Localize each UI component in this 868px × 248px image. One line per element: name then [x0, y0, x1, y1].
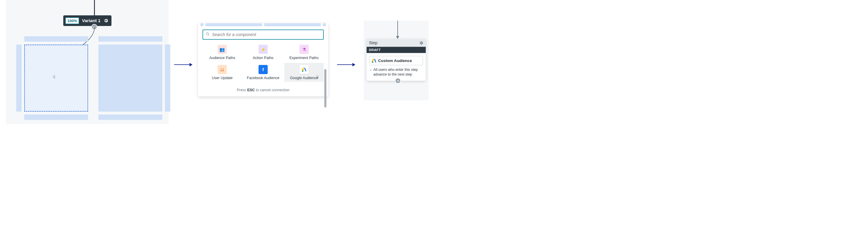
component-facebook-audience[interactable]: f Facebook Audience — [243, 63, 283, 82]
search-input[interactable] — [212, 32, 320, 37]
flow-arrow-icon — [174, 64, 192, 65]
component-label: Audience Paths — [209, 56, 235, 60]
popover-decoration — [198, 23, 328, 26]
chip-label: Custom Audience — [378, 59, 412, 63]
audience-paths-icon: 👥 — [218, 45, 227, 54]
connector-stub — [94, 0, 95, 16]
cursor-icon: ☟ — [53, 74, 55, 80]
step-panel: Step DRAFT Custom Audience ↓ All users w… — [364, 21, 429, 100]
search-icon — [206, 32, 210, 37]
arrow-down-icon: ↓ — [370, 67, 372, 77]
component-label: Google Audience — [290, 76, 318, 80]
layout-placeholder — [98, 114, 162, 120]
step-title: Step — [369, 41, 377, 45]
connector-line — [395, 21, 401, 40]
component-experiment-paths[interactable]: ⚗ Experiment Paths — [284, 43, 324, 62]
layout-placeholder — [24, 114, 88, 120]
component-label: Action Paths — [253, 56, 274, 60]
step-card[interactable]: Step DRAFT Custom Audience ↓ All users w… — [367, 39, 426, 81]
variant-percent-badge: 100% — [65, 17, 79, 24]
layout-placeholder — [24, 36, 88, 42]
experiment-paths-icon: ⚗ — [300, 45, 309, 54]
scrollbar[interactable] — [324, 69, 327, 107]
layout-placeholder — [165, 44, 170, 112]
step-header: Step — [367, 39, 426, 47]
canvas-panel: 100% Variant 1 ＋ ☟ — [6, 0, 168, 124]
component-action-paths[interactable]: ⚡ Action Paths — [243, 43, 283, 62]
flow-arrow-icon — [337, 64, 355, 65]
gear-icon[interactable] — [103, 18, 108, 23]
variant-name-label: Variant 1 — [82, 18, 100, 23]
picker-hint: Press ESC to cancel connection — [198, 88, 328, 92]
component-label: User Update — [212, 76, 233, 80]
component-label: Experiment Paths — [289, 56, 319, 60]
layout-placeholder — [98, 36, 162, 42]
svg-marker-1 — [396, 36, 399, 39]
status-badge: DRAFT — [367, 47, 426, 53]
component-label: Facebook Audience — [247, 76, 279, 80]
action-paths-icon: ⚡ — [258, 45, 268, 54]
add-node-handle[interactable]: ＋ — [91, 24, 97, 30]
layout-placeholder — [98, 44, 162, 112]
drop-target[interactable] — [24, 44, 88, 112]
variant-node[interactable]: 100% Variant 1 — [63, 15, 112, 26]
component-grid: 👥 Audience Paths ⚡ Action Paths ⚗ Experi… — [198, 43, 328, 82]
layout-placeholder — [16, 44, 22, 112]
google-ads-icon — [300, 65, 309, 74]
cursor-icon: ☟ — [316, 74, 319, 79]
google-ads-icon — [372, 59, 376, 63]
search-field[interactable] — [203, 30, 324, 40]
component-audience-paths[interactable]: 👥 Audience Paths — [203, 43, 242, 62]
step-chip[interactable]: Custom Audience — [369, 56, 423, 66]
component-picker-popover: 👥 Audience Paths ⚡ Action Paths ⚗ Experi… — [198, 23, 328, 96]
component-user-update[interactable]: 🗂 User Update — [203, 63, 242, 82]
user-update-icon: 🗂 — [218, 65, 227, 74]
facebook-icon: f — [258, 65, 268, 74]
add-node-handle[interactable]: ＋ — [395, 78, 401, 83]
gear-icon[interactable] — [419, 41, 423, 45]
